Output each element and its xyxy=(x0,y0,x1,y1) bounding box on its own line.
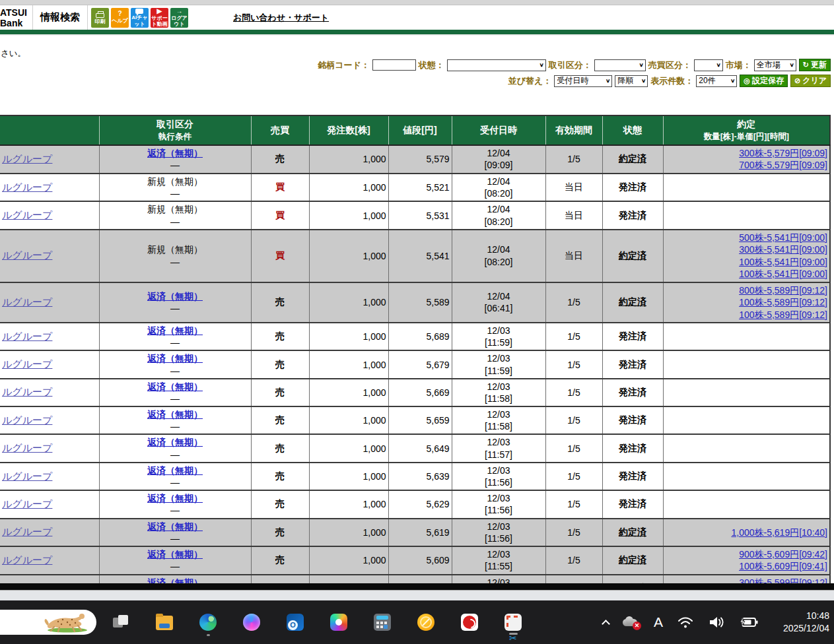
stock-name-link[interactable]: ルグループ xyxy=(2,331,52,342)
trade-type-link[interactable]: 返済（無期） xyxy=(147,437,203,447)
stock-name-link[interactable]: ルグループ xyxy=(2,414,52,426)
trade-type-link[interactable]: 返済（無期） xyxy=(147,409,203,420)
copilot-icon[interactable] xyxy=(330,614,347,631)
execution-condition: ― xyxy=(102,504,249,516)
received-datetime-cell: 12/04[08:20] xyxy=(452,230,545,282)
fill-link[interactable]: 500株-5,541円[09:00] xyxy=(739,232,827,243)
fill-link[interactable]: 300株-5,541円[09:00] xyxy=(739,244,827,255)
trade-type-link[interactable]: 返済（無期） xyxy=(147,325,203,336)
volume-icon[interactable] xyxy=(708,615,725,629)
fill-link[interactable]: 100株-5,609円[09:41] xyxy=(739,561,827,571)
status-link[interactable]: 約定済 xyxy=(619,296,646,307)
status-link[interactable]: 約定済 xyxy=(619,527,646,537)
execution-condition: ― xyxy=(102,256,249,268)
display-count-select[interactable]: 20件 ∨ xyxy=(696,75,737,87)
bank-logo-line2: Bank xyxy=(0,18,27,28)
wifi-icon[interactable] xyxy=(677,615,694,629)
fill-link[interactable]: 700株-5,579円[09:09] xyxy=(739,160,827,170)
onedrive-error-icon[interactable]: ✕ xyxy=(623,616,640,628)
status-link[interactable]: 約定済 xyxy=(619,250,646,261)
stock-name-link[interactable]: ルグループ xyxy=(2,296,52,307)
print-button[interactable]: 印刷 xyxy=(91,8,109,28)
status-link[interactable]: 約定済 xyxy=(619,554,646,565)
stock-name-link[interactable]: ルグループ xyxy=(2,181,52,193)
fill-link[interactable]: 100株-5,589円[09:12] xyxy=(739,309,827,320)
execution-condition: ― xyxy=(102,393,249,404)
support-contact-link[interactable]: お問い合わせ・サポート xyxy=(233,12,329,24)
chevron-down-icon: ∨ xyxy=(638,62,644,68)
stock-name-link[interactable]: ルグループ xyxy=(2,470,52,482)
stock-name-link[interactable]: ルグループ xyxy=(2,386,52,397)
trade-type-link[interactable]: 返済（無期） xyxy=(147,291,203,302)
tab-info-search[interactable]: 情報検索 xyxy=(33,5,87,30)
fill-link[interactable]: 300株-5,579円[09:09] xyxy=(739,148,827,158)
stock-name-link[interactable]: ルグループ xyxy=(2,153,52,164)
sort-order-select-value: 降順 xyxy=(617,75,633,86)
stock-code-input[interactable] xyxy=(372,59,416,71)
taskbar-clock[interactable]: 10:48 2025/12/04 xyxy=(773,610,829,635)
status-link[interactable]: 約定済 xyxy=(619,153,646,164)
stock-name-link[interactable]: ルグループ xyxy=(2,442,52,453)
clear-button-label: クリア xyxy=(802,75,827,86)
refresh-button[interactable]: ↻ 更新 xyxy=(799,59,831,71)
save-settings-button[interactable]: ◎ 設定保存 xyxy=(740,75,788,87)
execution-fills-cell: 800株-5,589円[09:12]100株-5,589円[09:12]100株… xyxy=(663,282,830,323)
copilot-orb-icon[interactable] xyxy=(243,614,260,631)
trade-type-link[interactable]: 返済（無期） xyxy=(147,381,203,392)
tray-chevron-up-icon[interactable] xyxy=(602,620,610,628)
stock-name-link[interactable]: ルグループ xyxy=(2,526,52,537)
help-button[interactable]: ?ヘルプ xyxy=(111,8,129,28)
stock-name-link[interactable]: ルグループ xyxy=(2,358,52,370)
trade-type-link[interactable]: 返済（無期） xyxy=(147,521,203,532)
calculator-icon[interactable] xyxy=(374,614,391,631)
trend-micro-icon[interactable] xyxy=(461,614,478,631)
received-date: 12/04 xyxy=(454,176,543,187)
ime-mode-indicator[interactable]: A xyxy=(654,614,663,630)
video-button[interactable]: ▶サポート動画 xyxy=(151,8,168,28)
fill-link[interactable]: 100株-5,541円[09:00] xyxy=(739,269,827,279)
column-header-3: 発注数[株] xyxy=(309,115,388,145)
clear-button[interactable]: ⊘ クリア xyxy=(790,75,831,87)
page-footer-bar xyxy=(0,583,834,590)
trade-type-cell: 新規（無期）― xyxy=(99,174,251,201)
logout-button[interactable]: →ログアウト xyxy=(170,8,188,28)
battery-charging-icon[interactable] xyxy=(739,615,759,629)
execution-fills-cell xyxy=(663,323,830,350)
status-cell: 約定済 xyxy=(602,519,663,546)
buy-sell-select[interactable]: ∨ xyxy=(694,59,723,71)
trade-type-link[interactable]: 返済（無期） xyxy=(147,493,203,503)
task-view-icon[interactable] xyxy=(112,614,129,631)
fill-link[interactable]: 800株-5,589円[09:12] xyxy=(739,285,827,296)
fill-link[interactable]: 100株-5,541円[09:00] xyxy=(739,257,827,267)
buy-sell-value: 売 xyxy=(275,414,285,425)
trade-type-link[interactable]: 返済（無期） xyxy=(147,549,203,560)
file-explorer-icon[interactable] xyxy=(156,616,173,630)
taskbar-search-box[interactable] xyxy=(0,610,96,635)
trade-type-link[interactable]: 返済（無期） xyxy=(147,353,203,364)
stock-name-link[interactable]: ルグループ xyxy=(2,498,52,509)
column-header-8: 約定数量[株]-単価[円][時間] xyxy=(663,115,830,145)
window-bottom-strip xyxy=(0,590,834,600)
trade-type-link[interactable]: 返済（無期） xyxy=(147,465,203,476)
trade-type-select[interactable]: ∨ xyxy=(594,59,646,71)
stock-name-link[interactable]: ルグループ xyxy=(2,249,52,261)
stock-name-link[interactable]: ルグループ xyxy=(2,554,52,565)
sort-order-select[interactable]: 降順 ∨ xyxy=(615,75,648,87)
stock-name-link[interactable]: ルグループ xyxy=(2,209,52,220)
fill-link[interactable]: 900株-5,609円[09:42] xyxy=(739,549,827,560)
execution-fills-cell xyxy=(663,201,830,229)
stock-name-cell: ルグループ xyxy=(0,379,99,406)
market-select[interactable]: 全市場 ∨ xyxy=(754,59,796,71)
edge-browser-icon[interactable] xyxy=(199,614,217,631)
state-select[interactable]: ∨ xyxy=(447,59,546,71)
chat-button[interactable]: AIチャット xyxy=(131,8,149,28)
execution-condition: ― xyxy=(102,337,249,348)
trade-type-link[interactable]: 返済（無期） xyxy=(147,148,203,158)
outlook-icon[interactable] xyxy=(287,614,304,631)
bank-logo[interactable]: ATSUI Bank xyxy=(0,5,32,30)
fill-link[interactable]: 100株-5,589円[09:12] xyxy=(739,297,827,307)
sort-key-select[interactable]: 受付日時 ∨ xyxy=(554,75,612,87)
compass-app-icon[interactable] xyxy=(417,614,434,631)
fill-link[interactable]: 1,000株-5,619円[10:40] xyxy=(731,527,827,538)
snipping-tool-icon[interactable] xyxy=(504,614,522,631)
